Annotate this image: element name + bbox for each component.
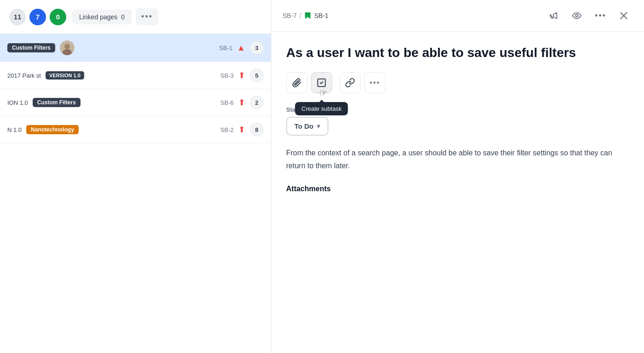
- version-tag: VERSION 1.0: [46, 71, 84, 80]
- issue-content: As a user I want to be able to save usef…: [271, 32, 644, 353]
- sub-count: 8: [250, 123, 264, 137]
- sub-count: 2: [250, 96, 264, 109]
- tag-nanotechnology: Nanotechnology: [26, 125, 79, 134]
- list-item[interactable]: N 1.0 Nanotechnology SB-2 ⬆ 8: [0, 116, 271, 143]
- action-toolbar: ☞ Create subtask •••: [286, 72, 629, 93]
- status-dropdown[interactable]: To Do ▾: [286, 117, 328, 136]
- issue-id: SB-1: [219, 45, 232, 51]
- breadcrumb-current[interactable]: SB-1: [314, 12, 328, 19]
- breadcrumb-parent[interactable]: SB-7: [282, 12, 297, 19]
- left-panel: 11 7 0 Linked pages 0 ••• Custom Filters…: [0, 0, 271, 353]
- avatar: [60, 40, 75, 55]
- breadcrumb-separator: /: [299, 12, 301, 19]
- list-item[interactable]: 2017 Park st VERSION 1.0 SB-3 ⬆ 5: [0, 62, 271, 89]
- cursor-hand-icon: ☞: [319, 87, 328, 98]
- attach-button[interactable]: [286, 72, 307, 93]
- toolbar-more-icon: •••: [370, 79, 380, 87]
- linked-pages-count: 0: [121, 13, 125, 21]
- issue-id: SB-6: [220, 99, 234, 106]
- eye-icon: [572, 11, 582, 21]
- announce-button[interactable]: [544, 7, 564, 24]
- count-badge-green[interactable]: 0: [50, 9, 66, 25]
- close-button[interactable]: [615, 8, 633, 23]
- issue-description: From the context of a search page, a use…: [286, 147, 629, 171]
- priority-double-up-icon: ⬆: [238, 70, 245, 80]
- tag-custom-filters: Custom Filters: [33, 98, 80, 107]
- top-bar: 11 7 0 Linked pages 0 •••: [0, 0, 271, 34]
- linked-pages-label: Linked pages: [79, 13, 117, 21]
- sub-count: 3: [250, 41, 264, 55]
- bookmark-icon: [304, 11, 311, 20]
- item-address: N 1.0: [7, 126, 22, 133]
- link-icon: [345, 78, 355, 88]
- linked-pages-button[interactable]: Linked pages 0: [72, 10, 132, 24]
- megaphone-icon: [549, 11, 559, 21]
- paperclip-icon: [292, 78, 302, 88]
- list-item[interactable]: Custom Filters SB-1 ▲ 3: [0, 34, 271, 62]
- count-badge-gray[interactable]: 11: [9, 9, 26, 25]
- svg-point-1: [64, 44, 70, 49]
- issue-title: As a user I want to be able to save usef…: [286, 45, 629, 61]
- chevron-down-icon: ▾: [317, 123, 320, 130]
- svg-point-3: [575, 14, 578, 17]
- right-panel: SB-7 / SB-1: [271, 0, 644, 353]
- create-subtask-button[interactable]: ☞: [311, 72, 332, 93]
- toolbar-more-button[interactable]: •••: [364, 72, 385, 93]
- item-address: 2017 Park st: [7, 72, 41, 79]
- more-icon: •••: [595, 11, 606, 21]
- priority-up-icon: ▲: [237, 43, 245, 53]
- status-value: To Do: [294, 122, 313, 130]
- subtask-button-wrapper: ☞ Create subtask: [311, 72, 332, 93]
- issue-header: SB-7 / SB-1: [271, 0, 644, 32]
- list-item[interactable]: ION 1.0 Custom Filters SB-6 ⬆ 2: [0, 89, 271, 116]
- breadcrumb: SB-7 / SB-1: [282, 11, 328, 20]
- subtask-icon: [316, 78, 327, 88]
- close-icon: [619, 11, 628, 20]
- sub-count: 5: [250, 68, 264, 82]
- issue-id: SB-3: [220, 72, 234, 79]
- issues-list: Custom Filters SB-1 ▲ 3 2017 Park st VER…: [0, 34, 271, 353]
- priority-double-up-icon: ⬆: [238, 125, 245, 135]
- item-address: ION 1.0: [7, 99, 28, 106]
- tag-custom-filters: Custom Filters: [7, 43, 55, 52]
- more-button[interactable]: •••: [590, 8, 611, 24]
- issue-id: SB-2: [220, 126, 234, 133]
- link-button[interactable]: [339, 72, 361, 93]
- more-options-button[interactable]: •••: [136, 8, 158, 25]
- count-badge-blue[interactable]: 7: [29, 9, 46, 25]
- status-section: Status To Do ▾: [286, 106, 629, 147]
- watch-button[interactable]: [567, 7, 586, 24]
- attachments-heading: Attachments: [286, 185, 629, 193]
- status-label: Status: [286, 106, 629, 113]
- priority-double-up-icon: ⬆: [238, 97, 245, 108]
- header-actions: •••: [544, 7, 633, 24]
